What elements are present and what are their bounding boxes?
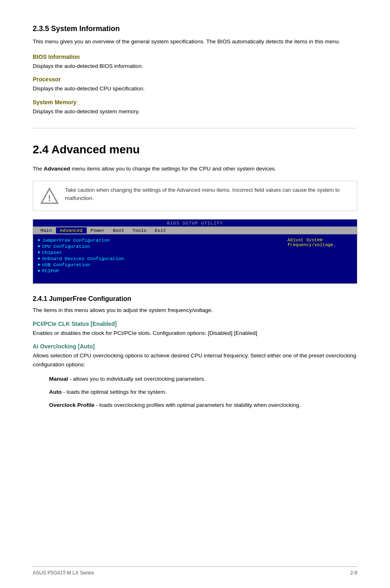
overclock-option-auto: Auto - loads the optimal settings for th…: [49, 388, 357, 397]
system-memory-body: Displays the auto-detected system memory…: [33, 107, 357, 116]
arrow-icon: ►: [38, 238, 40, 242]
footer-left: ASUS P5G41T-M LX Series: [33, 570, 94, 576]
section-235-intro: This menu gives you an overview of the g…: [33, 37, 357, 46]
profile-desc: - loads overclocking profiles with optim…: [96, 402, 300, 408]
arrow-icon: ►: [38, 250, 40, 255]
subsection-ai-overclocking: Ai Overclocking [Auto] Allows selection …: [33, 343, 357, 409]
section-241-title: 2.4.1 JumperFree Configuration: [33, 295, 357, 303]
warning-triangle-icon: !: [40, 186, 59, 206]
section-241: 2.4.1 JumperFree Configuration The items…: [33, 295, 357, 409]
bios-entry-cpu[interactable]: ► CPU Configuration: [38, 244, 278, 249]
section-24-intro: The Advanced menu items allow you to cha…: [33, 164, 357, 173]
page: 2.3.5 System Information This menu gives…: [0, 0, 390, 438]
subsection-system-memory: System Memory Displays the auto-detected…: [33, 99, 357, 116]
arrow-icon: ►: [38, 256, 40, 261]
section-235-title: 2.3.5 System Information: [33, 25, 357, 33]
footer: ASUS P5G41T-M LX Series 2-9: [33, 566, 357, 576]
bios-entry-chipset-label: Chipset: [42, 250, 62, 255]
overclock-option-manual: Manual - allows you to individually set …: [49, 375, 357, 384]
processor-heading: Processor: [33, 76, 357, 83]
bios-info-heading: BIOS Information: [33, 54, 357, 60]
bios-entry-onboard[interactable]: ► Onboard Devices Configuration: [38, 256, 278, 261]
bios-entry-jumperfree[interactable]: ► JumperFree Configuration: [38, 238, 278, 243]
auto-label: Auto: [49, 389, 62, 395]
warning-box: ! Take caution when changing the setting…: [33, 181, 357, 211]
subsection-pci-clk: PCI/PCIe CLK Status [Enabled] Enables or…: [33, 321, 357, 338]
bios-info-body: Displays the auto-detected BIOS informat…: [33, 62, 357, 71]
section-235: 2.3.5 System Information This menu gives…: [33, 25, 357, 116]
section-divider: [33, 128, 357, 128]
bios-menu-tools[interactable]: Tools: [128, 227, 151, 233]
intro-text-after: menu items allow you to change the setti…: [70, 166, 276, 172]
overclock-option-profile: Overclock Profile - loads overclocking p…: [49, 401, 357, 410]
section-24: 2.4 Advanced menu The Advanced menu item…: [33, 143, 357, 284]
bios-menu-power[interactable]: Power: [87, 227, 109, 233]
profile-label: Overclock Profile: [49, 402, 94, 408]
section-24-title: 2.4 Advanced menu: [33, 143, 357, 159]
warning-text: Take caution when changing the settings …: [65, 186, 350, 202]
bios-menu-advanced[interactable]: Advanced: [56, 227, 87, 233]
bios-left-panel: ► JumperFree Configuration ► CPU Configu…: [33, 234, 283, 283]
intro-text-before: The: [33, 166, 44, 172]
auto-desc: - loads the optimal settings for the sys…: [63, 389, 167, 395]
bios-menu-main[interactable]: Main: [36, 227, 56, 233]
bios-entry-onboard-label: Onboard Devices Configuration: [42, 256, 124, 261]
bios-entry-jumperfree-label: JumperFree Configuration: [42, 238, 110, 243]
pci-clk-body: Enables or disables the clock for PCI/PC…: [33, 329, 357, 338]
intro-bold-text: Advanced: [44, 166, 70, 172]
section-241-intro: The items in this menu allows you to adj…: [33, 306, 357, 315]
bios-entry-pcinp[interactable]: ► PCIPnP: [38, 268, 278, 274]
overclock-options-list: Manual - allows you to individually set …: [49, 375, 357, 409]
ai-overclock-heading: Ai Overclocking [Auto]: [33, 343, 357, 350]
bios-menu-exit[interactable]: Exit: [150, 227, 170, 233]
bios-screenshot: BIOS SETUP UTILITY Main Advanced Power B…: [33, 219, 357, 284]
bios-entry-chipset[interactable]: ► Chipset: [38, 250, 278, 255]
manual-label: Manual: [49, 376, 68, 382]
pci-clk-heading: PCI/PCIe CLK Status [Enabled]: [33, 321, 357, 327]
arrow-icon: ►: [38, 263, 40, 267]
footer-right: 2-9: [350, 570, 357, 576]
subsection-bios-info: BIOS Information Displays the auto-detec…: [33, 54, 357, 71]
bios-entry-usb[interactable]: ► USB Configuration: [38, 262, 278, 267]
bios-entry-usb-label: USB Configuration: [42, 262, 90, 267]
manual-desc: - allows you to individually set overclo…: [69, 376, 205, 382]
arrow-icon: ►: [38, 244, 40, 249]
bios-menu-bar: Main Advanced Power Boot Tools Exit: [33, 227, 357, 234]
bios-menu-boot[interactable]: Boot: [109, 227, 128, 233]
bios-top-bar: BIOS SETUP UTILITY: [33, 220, 357, 227]
bios-content: ► JumperFree Configuration ► CPU Configu…: [33, 234, 357, 283]
bios-right-text: Adjust System frequency/voltage.: [287, 238, 336, 247]
svg-text:!: !: [48, 193, 51, 203]
system-memory-heading: System Memory: [33, 99, 357, 105]
bios-entry-pcinp-label: PCIPnP: [42, 268, 59, 274]
arrow-icon: ►: [38, 269, 40, 273]
subsection-processor: Processor Displays the auto-detected CPU…: [33, 76, 357, 93]
processor-body: Displays the auto-detected CPU specifica…: [33, 84, 357, 93]
bios-entry-cpu-label: CPU Configuration: [42, 244, 90, 249]
ai-overclock-body: Allows selection of CPU overclocking opt…: [33, 351, 357, 369]
bios-right-panel: Adjust System frequency/voltage.: [283, 234, 357, 283]
